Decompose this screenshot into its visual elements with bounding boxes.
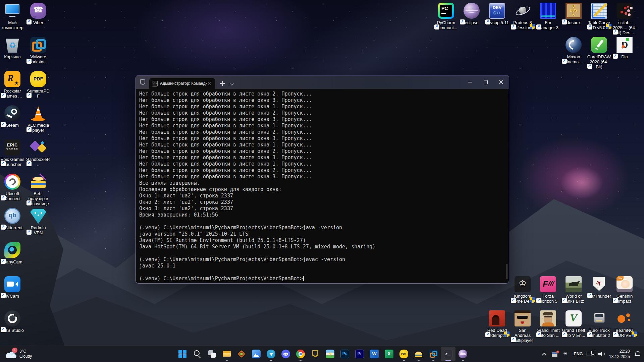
- taskbar-chrome-button[interactable]: [293, 347, 308, 361]
- taskbar-discord-button[interactable]: [278, 347, 293, 361]
- desktop-icon-manycam[interactable]: ManyCam: [0, 242, 25, 264]
- tray-chevron-up-icon[interactable]: [540, 350, 549, 358]
- desktop-icon-vmware[interactable]: VMware Workstati...: [26, 37, 51, 64]
- desktop-icon-my-computer[interactable]: Мой компьютер: [0, 3, 25, 30]
- taskbar-excel-button[interactable]: [382, 347, 396, 361]
- shortcut-arrow-icon: [1, 93, 6, 98]
- desktop-icon-rockstar[interactable]: Rockstar Games ...: [0, 71, 25, 99]
- terminal-line: [139, 269, 509, 276]
- close-button[interactable]: [493, 75, 509, 89]
- weather-widget[interactable]: 1 3°C Cloudy: [3, 347, 34, 361]
- language-indicator[interactable]: ENG: [572, 350, 584, 358]
- desktop-icon-devcpp[interactable]: devcpp 5.11: [485, 3, 509, 25]
- desktop-icon-vlc[interactable]: VLC media player: [26, 105, 51, 133]
- desktop-icon-kingdom[interactable]: Kingdom Come Del...: [510, 276, 535, 304]
- desktop-icon-coreldraw[interactable]: CorelDRAW 2020 (64-Bit): [587, 37, 611, 69]
- desktop-icon-ubisoft[interactable]: Ubisoft Connect: [0, 174, 25, 201]
- clock[interactable]: 22:20 18.12.2025: [607, 349, 631, 359]
- desktop-icon-ets2[interactable]: Euro Truck Simulator 2: [587, 310, 611, 338]
- desktop-icon-gtasa[interactable]: Grand Theft Auto San ...: [536, 310, 560, 338]
- app-icon: [4, 105, 20, 121]
- desktop-icon-samp[interactable]: San Andreas Multiplayer: [510, 310, 535, 343]
- desktop-icon-dosbox[interactable]: dosbox: [561, 3, 586, 25]
- network-icon[interactable]: [586, 350, 595, 358]
- shortcut-arrow-icon: [613, 298, 618, 303]
- volume-icon[interactable]: [597, 350, 605, 358]
- desktop-icon-pycharm[interactable]: PyCharm Communi...: [434, 3, 459, 30]
- desktop-icon-radmin[interactable]: Radmin VPN: [26, 208, 51, 235]
- maximize-button[interactable]: [478, 75, 493, 89]
- taskbar-explorer-button[interactable]: [219, 347, 234, 361]
- app-glyph: [281, 350, 290, 358]
- taskbar-sandbox-button[interactable]: [411, 347, 426, 361]
- terminal-line: Нет больше строк для обработки в листе о…: [139, 142, 509, 148]
- desktop-icon-eclipse[interactable]: eclipse: [459, 3, 484, 25]
- desktop-icon-warthunder[interactable]: WarThunder: [587, 276, 611, 299]
- terminal-line: Время завершения: 01:51:56: [139, 212, 509, 218]
- shortcut-arrow-icon: [562, 332, 567, 337]
- desktop-icon-rdr[interactable]: Red Dead Redempti...: [485, 310, 509, 338]
- shortcut-arrow-icon: [485, 332, 490, 337]
- desktop-icon-recycle-bin[interactable]: Корзина: [0, 37, 25, 59]
- taskbar-eclipse-button[interactable]: [455, 347, 470, 361]
- taskbar-booster-button[interactable]: [323, 347, 337, 361]
- desktop-icon-scilab[interactable]: scilab-2025.... (64-bit) Des...: [612, 3, 637, 35]
- desktop-icon-forza[interactable]: Forza Horizon 5: [536, 276, 560, 304]
- terminal-scrollbar[interactable]: [506, 264, 507, 279]
- taskbar-task-view-button[interactable]: [205, 347, 219, 361]
- shortcut-arrow-icon: [587, 293, 592, 298]
- desktop-icon-ivcam[interactable]: iVCam: [0, 276, 25, 299]
- desktop-icon-dia[interactable]: Dia: [612, 37, 637, 59]
- taskbar-defender-button[interactable]: [308, 347, 323, 361]
- app-icon: [489, 310, 505, 326]
- desktop-icon-genshin[interactable]: Genshin Impact: [612, 276, 637, 304]
- running-indicator: [462, 360, 464, 361]
- taskbar-vmware-button[interactable]: [426, 347, 441, 361]
- taskbar-word-button[interactable]: [367, 347, 382, 361]
- desktop-icon-farmanager[interactable]: Far Manager 3: [536, 3, 560, 30]
- tray-brightness-icon[interactable]: [561, 350, 570, 358]
- tab-close-icon[interactable]: [207, 81, 212, 86]
- terminal-tab[interactable]: Администратор: Командная строка: [149, 78, 215, 89]
- desktop-icon-maxon[interactable]: Maxon Cinema ...: [561, 37, 586, 64]
- desktop-icon-tablecurve[interactable]: TableCurve 2D v5.01: [587, 3, 611, 30]
- minimize-button[interactable]: [463, 75, 478, 89]
- desktop-icon-obs[interactable]: OBS Studio: [0, 310, 25, 333]
- terminal-line: (.venv) C:\Users\mitsumi\PycharmProjects…: [139, 256, 509, 263]
- tab-dropdown-button[interactable]: [228, 79, 236, 87]
- notifications-bell-icon[interactable]: [633, 350, 642, 358]
- terminal-line: Java HotSpot(TM) 64-Bit Server VM (build…: [139, 244, 509, 250]
- new-tab-button[interactable]: [218, 79, 226, 87]
- desktop-icon-epic[interactable]: Epic Games Launcher: [0, 139, 25, 167]
- desktop-icon-viber[interactable]: Viber: [26, 3, 51, 25]
- taskbar-premiere-button[interactable]: [352, 347, 367, 361]
- weather-cloud-icon: 1: [5, 349, 17, 359]
- taskbar-photos-button[interactable]: [249, 347, 264, 361]
- app-glyph: [340, 350, 349, 358]
- weather-temp: 3°C: [19, 349, 32, 354]
- desktop-icon-wot[interactable]: World of Tanks Blitz: [561, 276, 586, 304]
- running-indicator: [432, 360, 434, 361]
- tab-title: Администратор: Командная строка: [160, 81, 207, 86]
- desktop-icon-sandbox-browser[interactable]: Веб-браузер в песочнице: [26, 174, 51, 206]
- taskbar-telegram-button[interactable]: [264, 347, 278, 361]
- tray-radmin-icon[interactable]: [551, 350, 559, 358]
- app-icon: [591, 310, 607, 326]
- desktop-icon-sandboxie[interactable]: SandboxieP...: [26, 139, 51, 167]
- taskbar-webcam-button[interactable]: [234, 347, 249, 361]
- running-indicator: [270, 360, 272, 361]
- desktop-icon-proteus[interactable]: Proteus 8 Professional: [510, 3, 535, 30]
- terminal-titlebar[interactable]: Администратор: Командная строка: [136, 75, 509, 89]
- desktop-icon-sumatrapdf[interactable]: SumatraPDF: [26, 71, 51, 99]
- taskbar-search-button[interactable]: [190, 347, 205, 361]
- desktop-icon-qbittorrent[interactable]: qBittorrent: [0, 208, 25, 230]
- desktop-icon-gtav[interactable]: Grand Theft Auto V En...: [561, 310, 586, 338]
- taskbar-start-button[interactable]: [175, 347, 190, 361]
- taskbar-photoshop-button[interactable]: [337, 347, 352, 361]
- taskbar-sumatra-button[interactable]: [396, 347, 411, 361]
- desktop-icon-steam[interactable]: Steam: [0, 105, 25, 128]
- taskbar-terminal-button[interactable]: [441, 347, 455, 361]
- terminal-line: Нет больше строк для обработки в листе о…: [139, 161, 509, 167]
- app-icon: [4, 71, 20, 87]
- desktop-icon-beamng[interactable]: BeamNG DRIVE: [612, 310, 637, 338]
